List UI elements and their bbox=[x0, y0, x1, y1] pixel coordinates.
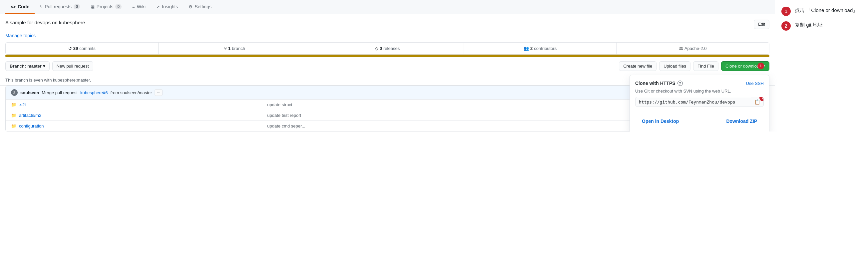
stats-bar: ↺ 39 commits ⑂ 1 branch ◇ 0 releases 👥 2… bbox=[5, 42, 769, 55]
branches-label: branch bbox=[232, 46, 245, 51]
contributors-label: contributors bbox=[534, 46, 557, 51]
new-pull-request-button[interactable]: New pull request bbox=[52, 61, 93, 71]
svg-text:S: S bbox=[13, 91, 16, 95]
releases-label: releases bbox=[383, 46, 400, 51]
projects-icon: ▦ bbox=[91, 4, 95, 9]
code-icon: <> bbox=[11, 4, 16, 9]
tab-wiki[interactable]: ≡ Wiki bbox=[127, 0, 151, 14]
commits-count: 39 bbox=[73, 46, 78, 51]
wiki-icon: ≡ bbox=[132, 4, 135, 9]
repo-info: A sample for devops on kubesphere Edit bbox=[0, 14, 775, 32]
open-in-desktop-button[interactable]: Open in Desktop bbox=[635, 115, 685, 127]
create-new-file-button[interactable]: Create new file bbox=[619, 61, 656, 71]
upload-files-button[interactable]: Upload files bbox=[659, 61, 690, 71]
actions-left: Branch: master ▾ New pull request bbox=[5, 61, 93, 71]
tab-pull-requests-label: Pull requests bbox=[44, 4, 72, 9]
copy-icon: 📋 bbox=[754, 99, 760, 105]
clone-header: Clone with HTTPS ? Use SSH bbox=[635, 80, 764, 86]
clone-actions: Open in Desktop Download ZIP bbox=[635, 115, 764, 127]
tab-insights[interactable]: ↗ Insights bbox=[151, 0, 183, 14]
tab-projects[interactable]: ▦ Projects 0 bbox=[85, 0, 127, 14]
releases-count: 0 bbox=[380, 46, 382, 51]
folder-icon: 📁 bbox=[11, 102, 16, 107]
use-ssh-link[interactable]: Use SSH bbox=[746, 81, 764, 86]
clone-title-text: Clone with HTTPS bbox=[635, 80, 676, 86]
tab-nav: <> Code ⑂ Pull requests 0 ▦ Projects 0 ≡… bbox=[0, 0, 775, 14]
tab-settings-label: Settings bbox=[194, 4, 212, 9]
actions-row-wrapper: Branch: master ▾ New pull request Create… bbox=[0, 57, 775, 75]
pull-request-icon: ⑂ bbox=[40, 4, 43, 9]
settings-icon: ⚙ bbox=[188, 4, 192, 9]
releases-stat[interactable]: ◇ 0 releases bbox=[311, 43, 464, 54]
step-1-circle: 1 bbox=[781, 7, 791, 16]
find-file-button[interactable]: Find File bbox=[693, 61, 718, 71]
tab-settings[interactable]: ⚙ Settings bbox=[183, 0, 217, 14]
actions-right: Create new file Upload files Find File C… bbox=[619, 61, 769, 71]
file-name-artifacts[interactable]: artifacts/m2 bbox=[19, 113, 267, 118]
tab-insights-label: Insights bbox=[162, 4, 178, 9]
right-panel: 1 点击 「Clone or download」 2 复制 git 地址 bbox=[775, 0, 868, 132]
file-name-s2i[interactable]: .s2i bbox=[19, 102, 267, 107]
branch-prefix: Branch: bbox=[10, 64, 26, 69]
language-bar bbox=[5, 55, 769, 57]
tab-pull-requests[interactable]: ⑂ Pull requests 0 bbox=[35, 0, 85, 14]
download-zip-button[interactable]: Download ZIP bbox=[719, 115, 764, 127]
step-1: 1 点击 「Clone or download」 bbox=[781, 7, 861, 16]
edit-button[interactable]: Edit bbox=[754, 20, 769, 29]
tab-code[interactable]: <> Code bbox=[5, 0, 35, 14]
branch-icon: ⑂ bbox=[224, 46, 227, 51]
step-2: 2 复制 git 地址 bbox=[781, 21, 861, 31]
branches-stat[interactable]: ⑂ 1 branch bbox=[159, 43, 311, 54]
manage-topics-link[interactable]: Manage topics bbox=[5, 33, 36, 38]
license-icon: ⚖ bbox=[679, 46, 683, 51]
contributors-icon: 👥 bbox=[524, 46, 529, 51]
tab-wiki-label: Wiki bbox=[137, 4, 146, 9]
contributors-stat[interactable]: 👥 2 contributors bbox=[464, 43, 617, 54]
releases-icon: ◇ bbox=[375, 46, 378, 51]
clone-help-icon[interactable]: ? bbox=[678, 80, 683, 86]
clone-title: Clone with HTTPS ? bbox=[635, 80, 683, 86]
insights-icon: ↗ bbox=[156, 4, 160, 9]
license-label: Apache-2.0 bbox=[684, 46, 707, 51]
commits-label: commits bbox=[79, 46, 95, 51]
commit-author[interactable]: soulseen bbox=[20, 90, 39, 95]
folder-icon: 📁 bbox=[11, 124, 16, 129]
actions-row: Branch: master ▾ New pull request Create… bbox=[0, 57, 775, 75]
clone-badge-1: 1 bbox=[757, 63, 764, 69]
step-2-circle: 2 bbox=[781, 21, 791, 31]
file-name-configuration[interactable]: configuration bbox=[19, 124, 267, 129]
pull-requests-badge: 0 bbox=[73, 4, 80, 9]
projects-badge: 0 bbox=[115, 4, 122, 9]
commit-dots-button[interactable]: ··· bbox=[155, 89, 162, 96]
step-2-text: 复制 git 地址 bbox=[795, 21, 823, 29]
clone-url-input[interactable] bbox=[636, 98, 751, 106]
folder-icon: 📁 bbox=[11, 113, 16, 118]
license-stat[interactable]: ⚖ Apache-2.0 bbox=[617, 43, 769, 54]
clone-url-row: 📋 2 bbox=[635, 97, 764, 107]
commit-link[interactable]: kubesphere#6 bbox=[80, 90, 107, 95]
chevron-down-icon: ▾ bbox=[43, 64, 45, 69]
branch-name: master bbox=[27, 64, 42, 69]
step-1-text: 点击 「Clone or download」 bbox=[795, 7, 858, 14]
tab-projects-label: Projects bbox=[97, 4, 114, 9]
clone-subtitle: Use Git or checkout with SVN using the w… bbox=[635, 89, 764, 94]
commits-icon: ↺ bbox=[68, 46, 72, 51]
branches-count: 1 bbox=[228, 46, 230, 51]
clone-dropdown: Clone with HTTPS ? Use SSH Use Git or ch… bbox=[629, 75, 769, 132]
repo-description: A sample for devops on kubesphere bbox=[5, 20, 85, 25]
contributors-count: 2 bbox=[530, 46, 533, 51]
tab-code-label: Code bbox=[18, 4, 29, 9]
manage-topics-section: Manage topics bbox=[0, 32, 775, 42]
commits-stat[interactable]: ↺ 39 commits bbox=[6, 43, 159, 54]
avatar: S bbox=[11, 89, 18, 96]
commit-message-2: from soulseen/master bbox=[110, 90, 152, 95]
branch-selector[interactable]: Branch: master ▾ bbox=[5, 61, 50, 71]
commit-message: Merge pull request bbox=[42, 90, 78, 95]
copy-url-button[interactable]: 📋 2 bbox=[751, 97, 764, 106]
